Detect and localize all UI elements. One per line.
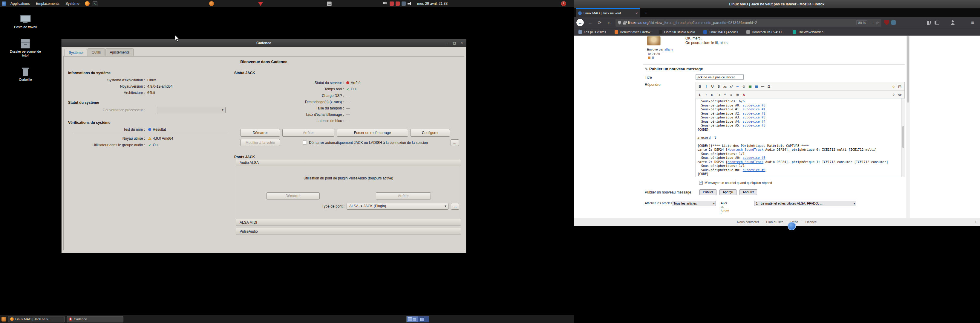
footer-chevron-icon[interactable]: ›	[975, 218, 977, 226]
jack-force-restart-button[interactable]: Forcer un redémarrage	[337, 129, 408, 137]
blockquote-icon[interactable]: “	[722, 92, 728, 98]
preview-button[interactable]: Aperçu	[719, 189, 737, 195]
workspace-1[interactable]	[407, 317, 418, 322]
taskbar-applet-icon[interactable]	[2, 317, 6, 321]
italic-icon[interactable]: I	[703, 83, 709, 89]
taskbar-item-cadence[interactable]: Cadence	[67, 316, 123, 322]
table-icon[interactable]: ▦	[754, 83, 759, 89]
account-icon[interactable]	[950, 20, 955, 25]
library-icon[interactable]	[926, 20, 932, 25]
tracking-protection-shield-icon[interactable]	[618, 21, 621, 24]
jack-configure-button[interactable]: Configurer	[410, 129, 450, 137]
shutdown-icon[interactable]	[561, 1, 566, 6]
back-button[interactable]: ←	[576, 19, 584, 27]
sidebar-icon[interactable]	[935, 21, 939, 24]
firefox-titlebar[interactable]: Linux MAO | Jack ne veut pas ce lancer -…	[574, 0, 980, 8]
tab-systeme[interactable]: Système	[65, 49, 87, 56]
source-icon[interactable]: <>	[897, 92, 903, 98]
footer-link[interactable]: Licence	[798, 220, 817, 224]
help-icon[interactable]: ?	[891, 92, 896, 98]
bridge-type-select[interactable]: ALSA -> JACK (Plugin)	[347, 203, 449, 209]
articles-filter-select[interactable]: Tous les articles	[672, 201, 716, 206]
desktop-icon-dossier-personnel[interactable]: Dossier personnel de totof	[9, 39, 42, 58]
publish-button[interactable]: Publier	[700, 189, 716, 195]
taskbar-item-firefox[interactable]: Linux MAO | Jack ne v...	[8, 316, 65, 322]
editor-scrollbar[interactable]	[901, 98, 905, 177]
bookmark-librazik-studio-audio[interactable]: LibraZiK studio audio	[659, 30, 695, 34]
page-actions-icon[interactable]: ⋯	[869, 21, 873, 25]
bold-icon[interactable]: B	[697, 83, 703, 89]
horizontal-rule-icon[interactable]: ―	[760, 83, 765, 89]
gray-applet-icon[interactable]	[327, 2, 332, 6]
maximize-button[interactable]: ◻	[452, 41, 457, 45]
bridge-section-audio-alsa[interactable]: Audio ALSA	[236, 160, 461, 166]
red-triangle-applet-icon[interactable]	[258, 2, 263, 6]
email-icon[interactable]	[652, 56, 654, 59]
bookmark-debuter-avec-firefox[interactable]: Débuter avec Firefox	[614, 30, 651, 34]
autostart-checkbox[interactable]	[303, 141, 307, 144]
bridge-section-pulseaudio[interactable]: PulseAudio	[236, 228, 461, 235]
goto-forum-select[interactable]: 1 - Le matériel et les pilotes ALSA, FFA…	[754, 201, 856, 206]
bookmark-star-icon[interactable]: ☆	[875, 21, 879, 25]
bridge-more-button[interactable]: ...	[451, 203, 459, 209]
subscript-icon[interactable]: x₂	[722, 83, 728, 89]
unlink-icon[interactable]: ⊘	[741, 83, 747, 89]
tab-linux-mao[interactable]: Linux MAO | Jack ne veut ✕	[576, 8, 640, 18]
zoom-indicator[interactable]: 80 %	[856, 20, 867, 25]
indent-icon[interactable]: ⇥	[716, 92, 722, 98]
strikethrough-icon[interactable]: S	[716, 83, 722, 89]
lock-icon[interactable]	[623, 22, 626, 24]
special-char-icon[interactable]: Ω	[766, 83, 772, 89]
menu-systeme[interactable]: Système	[62, 0, 83, 8]
desktop-icon-corbeille[interactable]: Corbeille	[9, 67, 42, 82]
close-button[interactable]: ×	[460, 41, 464, 45]
link-icon[interactable]: ∞	[735, 83, 740, 89]
editor-content[interactable]: Sous-périphériques: 6/6 Sous-périphériqu…	[695, 98, 905, 177]
new-tab-button[interactable]: +	[643, 10, 649, 17]
tab-close-icon[interactable]: ✕	[635, 12, 638, 15]
numbered-list-icon[interactable]: 1.	[697, 92, 703, 98]
bullet-list-icon[interactable]: •	[703, 92, 709, 98]
extension-icon[interactable]	[891, 20, 896, 25]
orange-applet-icon[interactable]	[209, 1, 214, 6]
bridge-section-alsa-midi[interactable]: ALSA MIDI	[236, 219, 461, 225]
volume-icon[interactable]	[407, 2, 412, 6]
notify-checkbox[interactable]	[699, 181, 703, 184]
outdent-icon[interactable]: ⇤	[710, 92, 715, 98]
user-profile-icon[interactable]	[648, 56, 651, 59]
page-scrollbar[interactable]	[906, 35, 910, 218]
firefox-launcher-icon[interactable]	[85, 1, 90, 6]
blue-circle-badge[interactable]	[788, 222, 796, 230]
workspace-2[interactable]	[418, 317, 429, 322]
image-icon[interactable]: ▣	[747, 83, 753, 89]
footer-link[interactable]: Plan du site	[759, 220, 783, 224]
align-left-icon[interactable]: ≡	[729, 92, 734, 98]
menu-applications[interactable]: Applications	[8, 0, 33, 8]
red-tray-icon-2[interactable]	[396, 2, 400, 6]
align-center-icon[interactable]: ≣	[735, 92, 740, 98]
network-tray-icon[interactable]	[402, 2, 406, 6]
bookmark-thewavewarden[interactable]: TheWaveWarden	[793, 30, 823, 34]
menu-emplacements[interactable]: Emplacements	[33, 0, 62, 8]
url-bar[interactable]: linuxmao.org/tiki-view_forum_thread.php?…	[616, 19, 881, 27]
minimize-button[interactable]: −	[445, 41, 449, 45]
maximize-editor-icon[interactable]: ◳	[897, 83, 903, 89]
hamburger-menu-icon[interactable]: ≡	[969, 19, 977, 27]
bookmark-hoontech-dsp24[interactable]: Hoontech DSP24: O...	[746, 30, 784, 34]
terminal-launcher-icon[interactable]: >_	[92, 1, 97, 6]
applications-menu-icon[interactable]	[2, 2, 6, 6]
users-tray-icon[interactable]	[382, 2, 388, 6]
reload-button[interactable]: ⟳	[596, 19, 603, 27]
smiley-icon[interactable]: ☺	[891, 83, 896, 89]
tab-outils[interactable]: Outils	[88, 48, 105, 56]
text-color-icon[interactable]: A	[741, 92, 747, 98]
forward-button[interactable]: →	[586, 19, 594, 27]
ublock-extension-icon[interactable]	[885, 20, 889, 25]
title-input[interactable]	[695, 75, 744, 80]
jack-start-button[interactable]: Démarrer	[240, 129, 280, 137]
red-tray-icon-1[interactable]	[390, 2, 394, 6]
cancel-button[interactable]: Annuler	[740, 189, 757, 195]
underline-icon[interactable]: U	[710, 83, 715, 89]
bookmark-linux-mao-accueil[interactable]: Linux MAO | Accueil	[703, 30, 738, 34]
author-link[interactable]: allany	[665, 48, 673, 51]
